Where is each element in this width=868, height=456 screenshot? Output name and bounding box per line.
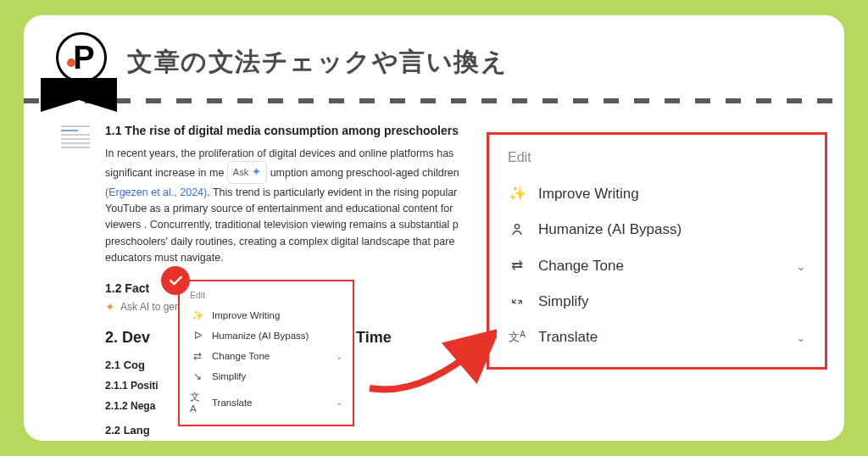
menu-item-improve-writing[interactable]: ✨Improve Writing bbox=[180, 305, 353, 325]
ask-label: Ask bbox=[233, 165, 248, 180]
swap-icon: ⇄ bbox=[190, 350, 205, 362]
text-line: . This trend is particularly evident in … bbox=[207, 186, 457, 198]
menu-item-label: Change Tone bbox=[212, 351, 270, 361]
edit-menu-large: Edit ✨Improve Writing Humanize (AI Bypas… bbox=[487, 132, 827, 370]
menu-item-label: Humanize (AI Bypass) bbox=[212, 331, 309, 341]
sparkle-icon: ✨ bbox=[508, 185, 526, 203]
header: P 文章の文法チェックや言い換え bbox=[24, 32, 844, 92]
callout-arrow-icon bbox=[361, 329, 497, 405]
edit-menu-small: Edit ✨Improve Writing ᐅHumanize (AI Bypa… bbox=[178, 280, 354, 426]
logo-circle: P bbox=[56, 32, 107, 83]
page-title: 文章の文法チェックや言い換え bbox=[127, 45, 508, 80]
text-line: viewers . Concurrently, traditional tele… bbox=[105, 219, 459, 231]
logo-dot-icon bbox=[67, 58, 75, 67]
menu-item-label: Simplify bbox=[212, 371, 246, 381]
ask-ai-chip[interactable]: Ask ✦ bbox=[227, 161, 267, 183]
menu-item-label: Change Tone bbox=[538, 258, 624, 275]
page-thumbnail[interactable] bbox=[61, 125, 90, 151]
text-line: umption among preschool-aged children bbox=[270, 167, 459, 179]
menu-item-change-tone[interactable]: ⇄Change Tone⌄ bbox=[180, 346, 353, 366]
menu-section-label: Edit bbox=[180, 288, 353, 305]
menu-item-label: Translate bbox=[538, 329, 598, 346]
chevron-down-icon: ⌄ bbox=[796, 331, 806, 344]
person-icon: ᐅ bbox=[190, 330, 205, 342]
contract-icon bbox=[508, 295, 526, 309]
text-line: In recent years, the proliferation of di… bbox=[105, 147, 453, 159]
chevron-down-icon: ⌄ bbox=[336, 398, 342, 407]
svg-point-0 bbox=[515, 225, 519, 229]
menu-item-label: Improve Writing bbox=[212, 310, 280, 320]
menu-item-translate[interactable]: 文ATranslate⌄ bbox=[489, 320, 825, 355]
menu-item-improve-writing[interactable]: ✨Improve Writing bbox=[489, 175, 825, 212]
checkmark-badge-icon bbox=[161, 266, 190, 295]
menu-item-humanize[interactable]: ᐅHumanize (AI Bypass) bbox=[180, 325, 353, 346]
text-line: YouTube as a primary source of entertain… bbox=[105, 203, 453, 214]
chevron-down-icon: ⌄ bbox=[796, 259, 806, 273]
contract-icon: ↘ bbox=[190, 370, 205, 382]
text-line: educators must navigate. bbox=[105, 252, 224, 264]
swap-icon: ⇄ bbox=[508, 257, 526, 275]
menu-item-label: Translate bbox=[212, 398, 253, 408]
translate-icon: 文A bbox=[508, 330, 526, 345]
logo-letter: P bbox=[73, 40, 94, 76]
menu-section-label: Edit bbox=[489, 147, 825, 175]
main-card: P 文章の文法チェックや言い換え 1.1 The rise of digital… bbox=[24, 15, 844, 441]
ribbon-icon bbox=[41, 78, 117, 100]
sparkle-icon: ✨ bbox=[190, 309, 205, 321]
text-line: significant increase in me bbox=[105, 167, 224, 179]
menu-item-simplify[interactable]: ↘Simplify bbox=[180, 366, 353, 386]
text-line: preschoolers' daily routines, creating a… bbox=[105, 236, 454, 247]
sparkle-icon: ✦ bbox=[105, 300, 115, 314]
ai-sparkle-icon: ✦ bbox=[252, 164, 261, 181]
menu-item-label: Simplify bbox=[538, 293, 589, 310]
logo-badge: P bbox=[41, 32, 117, 92]
menu-item-humanize[interactable]: Humanize (AI Bypass) bbox=[489, 212, 825, 247]
menu-item-label: Humanize (AI Bypass) bbox=[538, 221, 682, 238]
chevron-down-icon: ⌄ bbox=[336, 352, 342, 361]
person-icon bbox=[508, 222, 526, 237]
menu-item-translate[interactable]: 文ATranslate⌄ bbox=[180, 386, 353, 418]
menu-item-label: Improve Writing bbox=[538, 186, 639, 203]
menu-item-simplify[interactable]: Simplify bbox=[489, 284, 825, 320]
menu-item-change-tone[interactable]: ⇄Change Tone⌄ bbox=[489, 247, 825, 284]
translate-icon: 文A bbox=[190, 391, 205, 414]
citation-link[interactable]: (Ergezen et al., 2024) bbox=[105, 186, 207, 198]
